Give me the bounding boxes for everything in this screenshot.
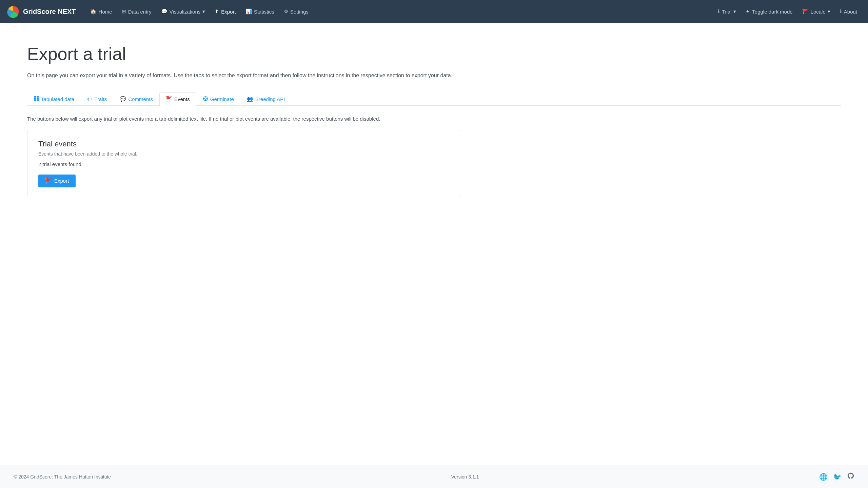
page-title: Export a trial bbox=[27, 43, 841, 64]
export-button[interactable]: 🚩 Export bbox=[38, 175, 76, 187]
svg-rect-2 bbox=[37, 96, 39, 98]
nav-data-entry[interactable]: ⊞ Data entry bbox=[118, 6, 156, 17]
footer-institute-link[interactable]: The James Hutton Institute bbox=[54, 474, 111, 480]
nav-statistics[interactable]: 📊 Statistics bbox=[241, 6, 278, 17]
tab-events[interactable]: 🚩 Events bbox=[159, 92, 196, 106]
main-content: Export a trial On this page you can expo… bbox=[0, 23, 868, 465]
nav-locale[interactable]: 🚩 Locale ▾ bbox=[798, 6, 834, 17]
page-description: On this page you can export your trial i… bbox=[27, 71, 461, 80]
footer-center: Version 3.1.1 bbox=[451, 474, 479, 480]
info-icon: ℹ bbox=[718, 8, 720, 15]
nav-export[interactable]: ⬆ Export bbox=[211, 6, 240, 17]
events-flag-icon: 🚩 bbox=[166, 96, 172, 102]
data-entry-icon: ⊞ bbox=[122, 8, 126, 15]
footer-copyright: © 2024 GridScore: bbox=[14, 474, 53, 480]
brand-logo[interactable]: GridScore NEXT bbox=[7, 5, 76, 18]
navbar: GridScore NEXT 🏠 Home ⊞ Data entry 💬 Vis… bbox=[0, 0, 868, 23]
globe-icon[interactable]: 🌐 bbox=[819, 473, 828, 481]
export-btn-icon: 🚩 bbox=[45, 178, 52, 184]
export-icon: ⬆ bbox=[215, 8, 219, 15]
tabulated-data-icon bbox=[34, 96, 39, 102]
tab-germinate[interactable]: Germinate bbox=[196, 92, 240, 106]
chevron-down-icon-locale: ▾ bbox=[828, 8, 830, 15]
nav-right: ℹ Trial ▾ ✦ Toggle dark mode 🚩 Locale ▾ … bbox=[714, 6, 861, 17]
footer: © 2024 GridScore: The James Hutton Insti… bbox=[0, 465, 868, 488]
svg-rect-6 bbox=[37, 100, 39, 101]
tab-comments[interactable]: 💬 Comments bbox=[113, 92, 159, 106]
nav-visualizations[interactable]: 💬 Visualizations ▾ bbox=[157, 6, 209, 17]
nav-toggle-dark[interactable]: ✦ Toggle dark mode bbox=[742, 6, 796, 17]
footer-version-link[interactable]: Version 3.1.1 bbox=[451, 474, 479, 480]
about-info-icon: ℹ bbox=[840, 8, 842, 15]
nav-trial[interactable]: ℹ Trial ▾ bbox=[714, 6, 741, 17]
events-section-description: The buttons below will export any trial … bbox=[27, 116, 434, 122]
trial-events-card: Trial events Events that have been added… bbox=[27, 130, 461, 197]
export-tabs: Tabulated data 🏷 Traits 💬 Comments 🚩 Eve… bbox=[27, 92, 841, 106]
gridscore-logo bbox=[7, 5, 20, 18]
svg-point-8 bbox=[204, 98, 206, 99]
footer-right: 🌐 🐦 bbox=[819, 472, 854, 481]
tab-traits[interactable]: 🏷 Traits bbox=[81, 92, 113, 106]
svg-rect-1 bbox=[34, 96, 36, 98]
nav-settings[interactable]: ⚙ Settings bbox=[280, 6, 313, 17]
comments-icon: 💬 bbox=[120, 96, 126, 102]
github-icon[interactable] bbox=[847, 472, 854, 481]
home-icon: 🏠 bbox=[90, 8, 97, 15]
germinate-icon bbox=[203, 96, 208, 102]
card-info: 2 trial events found. bbox=[38, 161, 450, 167]
tab-tabulated-data[interactable]: Tabulated data bbox=[27, 92, 81, 106]
svg-rect-4 bbox=[37, 98, 39, 100]
breeding-api-icon: 👥 bbox=[247, 96, 253, 102]
visualizations-icon: 💬 bbox=[161, 8, 167, 15]
tab-breeding-api[interactable]: 👥 Breeding API bbox=[240, 92, 292, 106]
flag-icon: 🚩 bbox=[802, 8, 809, 15]
twitter-icon[interactable]: 🐦 bbox=[833, 473, 842, 481]
statistics-icon: 📊 bbox=[245, 8, 252, 15]
settings-icon: ⚙ bbox=[284, 8, 288, 15]
footer-left: © 2024 GridScore: The James Hutton Insti… bbox=[14, 474, 111, 480]
card-title: Trial events bbox=[38, 140, 450, 148]
nav-about[interactable]: ℹ About bbox=[836, 6, 861, 17]
nav-items: 🏠 Home ⊞ Data entry 💬 Visualizations ▾ ⬆… bbox=[86, 6, 714, 17]
brand-name: GridScore NEXT bbox=[23, 8, 76, 16]
traits-icon: 🏷 bbox=[87, 96, 92, 102]
chevron-down-icon: ▾ bbox=[202, 8, 205, 15]
svg-rect-3 bbox=[34, 98, 36, 100]
card-subtitle: Events that have been added to the whole… bbox=[38, 151, 450, 157]
nav-home[interactable]: 🏠 Home bbox=[86, 6, 116, 17]
chevron-down-icon-trial: ▾ bbox=[733, 8, 736, 15]
svg-rect-5 bbox=[34, 100, 36, 101]
sun-icon: ✦ bbox=[746, 8, 750, 15]
